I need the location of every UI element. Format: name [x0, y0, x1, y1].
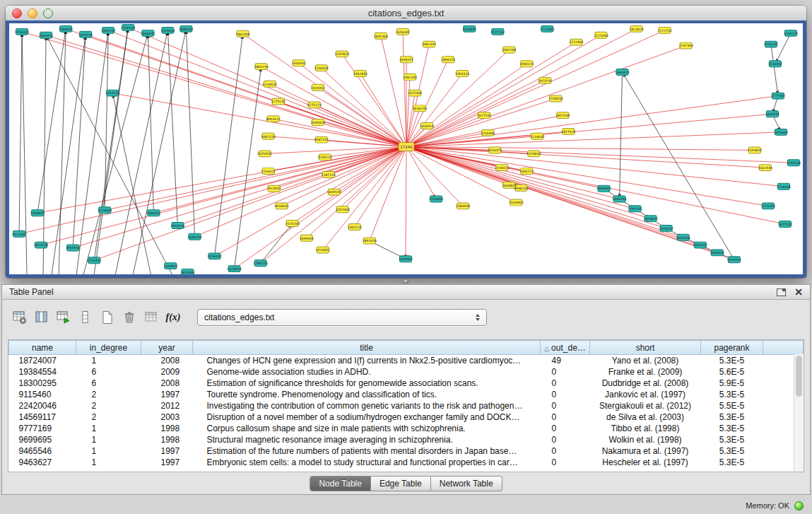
table-cell[interactable]: Dudbridge et al. (2008) — [590, 378, 701, 389]
graph-node[interactable]: 1726934 — [777, 183, 791, 189]
table-cell[interactable]: Estimation of the future numbers of pati… — [193, 445, 541, 457]
graph-node[interactable]: 1547823 — [335, 51, 349, 57]
graph-node[interactable]: 1605534 — [78, 31, 93, 37]
graph-node[interactable]: 1216035 — [530, 133, 544, 139]
table-cell[interactable]: 1997 — [141, 445, 193, 457]
graph-node[interactable]: 1694534 — [787, 160, 801, 166]
table-cell[interactable]: 0 — [541, 389, 590, 400]
graph-node[interactable]: 1935824 — [311, 119, 325, 126]
close-window-button[interactable] — [12, 8, 22, 18]
show-columns-button[interactable] — [33, 308, 51, 327]
graph-node[interactable]: 1602443 — [758, 165, 772, 171]
graph-node[interactable]: 1896153 — [441, 57, 455, 63]
tab-edge-table[interactable]: Edge Table — [371, 476, 431, 491]
table-cell[interactable]: 1 — [76, 355, 141, 367]
graph-node[interactable]: 2063453 — [39, 32, 53, 38]
column-header-title[interactable]: title — [193, 341, 541, 355]
graph-node[interactable]: 2206034 — [314, 65, 329, 71]
table-cell[interactable]: Genome-wide association studies in ADHD. — [193, 366, 541, 378]
graph-node[interactable]: 1810534 — [34, 242, 48, 248]
table-cell[interactable]: Investigating the contribution of common… — [193, 400, 541, 411]
table-cell[interactable]: 5.3E-5 — [701, 389, 763, 400]
table-cell[interactable]: de Silva et al. (2003) — [590, 411, 701, 423]
table-cell[interactable]: 5.3E-5 — [701, 434, 763, 445]
table-cell[interactable]: 5.3E-5 — [701, 457, 763, 468]
graph-node[interactable]: 2606042 — [146, 210, 160, 216]
table-row[interactable]: 1830029562008Estimation of significance … — [9, 378, 804, 389]
table-cell[interactable]: 5.3E-5 — [701, 355, 763, 367]
table-cell[interactable]: Franke et al. (2009) — [590, 366, 701, 378]
graph-node[interactable]: 1689334 — [613, 196, 627, 202]
table-cell[interactable]: 5.3E-5 — [701, 423, 763, 434]
graph-node[interactable]: 1609142 — [327, 189, 341, 195]
edit-table-button[interactable] — [54, 308, 73, 327]
graph-node[interactable]: 1973741 — [538, 77, 552, 83]
column-header-name[interactable]: name — [9, 341, 76, 355]
table-source-select[interactable]: citations_edges.txt — [197, 309, 487, 326]
graph-node[interactable]: 1455642 — [774, 129, 788, 135]
table-cell[interactable]: 1997 — [141, 389, 193, 400]
graph-node[interactable]: 1891633 — [363, 238, 377, 244]
table-cell[interactable]: 1998 — [141, 434, 193, 445]
table-cell[interactable]: 18724007 — [9, 355, 76, 367]
table-cell[interactable]: 9465546 — [9, 445, 76, 457]
column-header-in-degree[interactable]: in_degree — [76, 341, 141, 355]
table-cell[interactable]: Wolkin et al. (1998) — [590, 434, 701, 445]
graph-node[interactable]: 1684534 — [187, 233, 201, 240]
column-header-pagerank[interactable]: pagerank — [701, 341, 763, 355]
graph-node[interactable]: 1961342 — [422, 41, 436, 47]
column-header-out-de-[interactable]: △out_de… — [541, 341, 590, 355]
graph-hub-node[interactable]: 17240 — [399, 143, 414, 151]
network-window-titlebar[interactable]: citations_edges.txt — [6, 6, 806, 21]
graph-node[interactable]: 1556042 — [15, 28, 29, 35]
graph-node[interactable]: 2905934 — [66, 245, 80, 251]
graph-node[interactable]: 1416842 — [316, 247, 330, 253]
graph-node[interactable]: 1644934 — [765, 111, 779, 117]
table-cell[interactable]: 18300295 — [9, 378, 76, 389]
graph-node[interactable]: 1505634 — [160, 27, 175, 33]
tab-network-table[interactable]: Network Table — [431, 476, 502, 491]
graph-node[interactable]: 2187153 — [322, 172, 336, 178]
graph-node[interactable]: 1813024 — [630, 25, 644, 32]
graph-node[interactable]: 1618642 — [462, 25, 476, 32]
graph-node[interactable]: 1983125 — [519, 61, 534, 67]
graph-node[interactable]: 1420052 — [311, 84, 325, 90]
table-cell[interactable]: 9699695 — [9, 434, 76, 445]
graph-node[interactable]: 1616235 — [413, 105, 427, 112]
graph-node[interactable]: 7613442 — [267, 185, 281, 192]
graph-node[interactable]: 1527242 — [490, 28, 505, 35]
graph-node[interactable]: 1913342 — [12, 230, 26, 237]
graph-node[interactable]: 1699934 — [300, 235, 314, 241]
graph-node[interactable]: 1877925 — [561, 128, 575, 134]
table-cell[interactable]: Structural magnetic resonance image aver… — [193, 434, 541, 445]
table-cell[interactable]: 19384554 — [9, 366, 76, 378]
new-column-button[interactable] — [98, 308, 117, 327]
column-header-year[interactable]: year — [141, 341, 193, 355]
graph-node[interactable]: 1197343 — [679, 42, 693, 49]
graph-node[interactable]: 1646242 — [141, 30, 155, 36]
table-cell[interactable]: 1 — [76, 423, 141, 434]
graph-node[interactable]: 1616475 — [488, 147, 502, 153]
graph-node[interactable]: 1924542 — [727, 257, 741, 263]
table-cell[interactable]: 2009 — [141, 366, 193, 378]
graph-node[interactable]: 1275135 — [271, 98, 286, 105]
panel-resize-grip[interactable] — [403, 279, 408, 284]
table-cell[interactable]: 0 — [541, 423, 590, 434]
graph-node[interactable]: 1495722 — [519, 168, 534, 175]
graph-node[interactable]: 2121742 — [658, 27, 672, 33]
graph-node[interactable]: 1677542 — [778, 221, 792, 228]
graph-node[interactable]: 1115443 — [594, 32, 608, 38]
table-row[interactable]: 1872400712008Changes of HCN gene express… — [9, 355, 804, 367]
graph-node[interactable]: 1603842 — [644, 216, 658, 222]
table-cell[interactable]: 6 — [76, 366, 141, 378]
table-cell[interactable]: 0 — [541, 400, 590, 411]
graph-node[interactable]: 8943412 — [266, 116, 281, 122]
table-cell[interactable]: 1997 — [141, 457, 193, 468]
table-cell[interactable]: 0 — [541, 378, 590, 389]
graph-node[interactable]: 1968442 — [59, 25, 73, 32]
table-cell[interactable]: 1998 — [141, 423, 193, 434]
tab-node-table[interactable]: Node Table — [310, 476, 371, 491]
table-cell[interactable]: Disruption of a novel member of a sodium… — [193, 411, 541, 423]
table-cell[interactable]: 5.9E-5 — [701, 378, 763, 389]
graph-node[interactable]: 1961184 — [502, 47, 516, 53]
